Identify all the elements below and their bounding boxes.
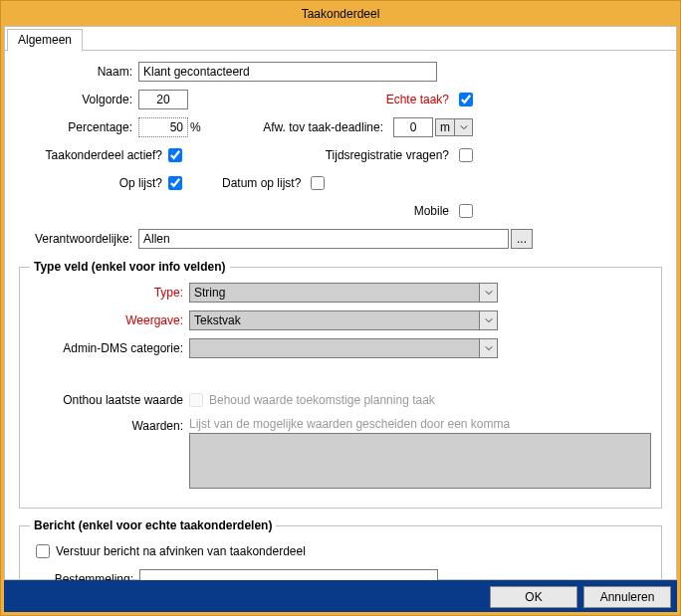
chevron-down-icon (485, 344, 493, 352)
behoud-label: Behoud waarde toekomstige planning taak (209, 393, 435, 407)
tab-panel-general: Naam: Volgorde: Echte taak? Percentage: … (5, 51, 676, 616)
deadline-unit-select[interactable]: m (435, 118, 455, 136)
admin-dms-select[interactable] (189, 338, 480, 358)
echte-taak-label: Echte taak? (386, 93, 455, 106)
typeveld-fieldset: Type veld (enkel voor info velden) Type:… (19, 260, 662, 509)
window-title: Taakonderdeel (1, 1, 680, 27)
weergave-label: Weergave: (30, 313, 189, 327)
volgorde-label: Volgorde: (19, 93, 138, 106)
typeveld-legend: Type veld (enkel voor info velden) (30, 260, 230, 274)
admin-dms-dropdown-button[interactable] (480, 338, 498, 358)
type-select[interactable]: String (189, 283, 480, 303)
waarden-label: Waarden: (30, 417, 189, 433)
tab-general[interactable]: Algemeen (7, 29, 83, 52)
cancel-button[interactable]: Annuleren (583, 586, 671, 608)
onthou-label: Onthou laatste waarde (30, 393, 189, 407)
verantwoordelijke-label: Verantwoordelijke: (19, 232, 138, 246)
datum-oplijst-checkbox[interactable] (311, 176, 325, 190)
chevron-down-icon (460, 123, 468, 131)
chevron-down-icon (485, 289, 493, 297)
verantwoordelijke-browse-button[interactable]: ... (511, 229, 533, 249)
actief-checkbox[interactable] (168, 148, 182, 162)
bericht-legend: Bericht (enkel voor echte taakonderdelen… (30, 518, 276, 532)
deadline-unit-dropdown-button[interactable] (455, 118, 473, 136)
afw-deadline-input[interactable] (393, 117, 433, 137)
bottombar: OK Annuleren (4, 582, 677, 612)
tab-strip: Algemeen (5, 27, 676, 51)
datum-oplijst-label: Datum op lijst? (222, 176, 307, 190)
mobile-label: Mobile (414, 204, 455, 218)
dialog-content: Algemeen Naam: Volgorde: Echte taak? Per… (4, 26, 677, 580)
percentage-label: Percentage: (19, 120, 138, 134)
oplijst-checkbox[interactable] (168, 176, 182, 190)
type-label: Type: (30, 286, 189, 300)
tijdsregistratie-checkbox[interactable] (459, 148, 473, 162)
actief-label: Taakonderdeel actief? (19, 148, 168, 162)
naam-input[interactable] (138, 62, 437, 82)
waarden-textarea (189, 433, 651, 489)
naam-label: Naam: (19, 65, 138, 79)
type-dropdown-button[interactable] (480, 283, 498, 303)
onthou-checkbox (189, 393, 203, 407)
chevron-down-icon (485, 316, 493, 324)
verstuur-label: Verstuur bericht na afvinken van taakond… (56, 544, 306, 558)
mobile-checkbox[interactable] (459, 204, 473, 218)
weergave-select[interactable]: Tekstvak (189, 310, 480, 330)
volgorde-input[interactable] (138, 90, 188, 109)
ok-button[interactable]: OK (490, 586, 577, 608)
admin-dms-label: Admin-DMS categorie: (30, 341, 189, 355)
percentage-input[interactable] (138, 117, 188, 137)
oplijst-label: Op lijst? (19, 176, 168, 190)
tijdsregistratie-label: Tijdsregistratie vragen? (326, 148, 455, 162)
echte-taak-checkbox[interactable] (459, 93, 473, 106)
verstuur-checkbox[interactable] (36, 544, 50, 558)
afw-deadline-label: Afw. tov taak-deadline: (263, 120, 389, 134)
verantwoordelijke-input[interactable] (138, 229, 509, 249)
ellipsis-icon: ... (517, 232, 527, 246)
percent-sign: % (190, 120, 201, 134)
waarden-hint: Lijst van de mogelijke waarden gescheide… (189, 417, 651, 431)
weergave-dropdown-button[interactable] (480, 310, 498, 330)
